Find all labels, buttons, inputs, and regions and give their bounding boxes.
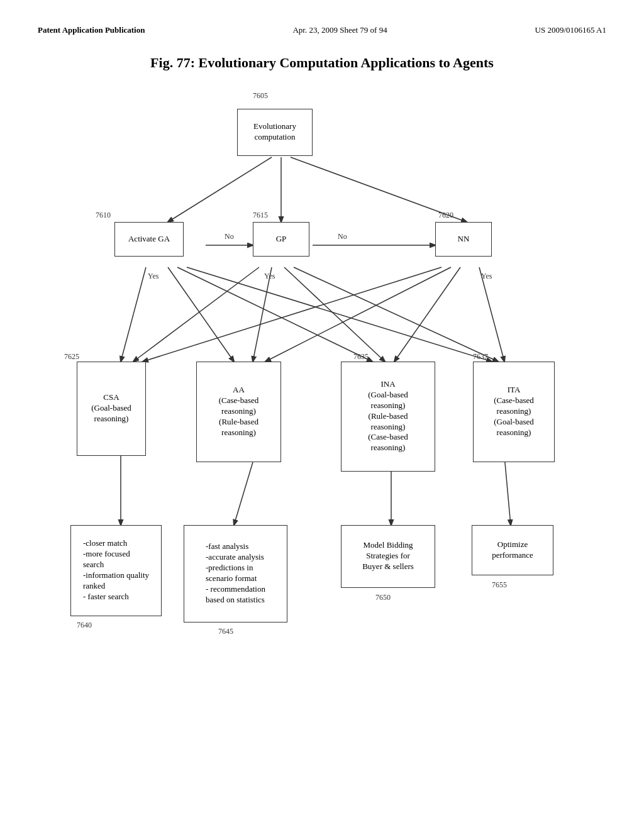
- box-activateGA-label: Activate GA: [128, 234, 170, 245]
- box-aa: AA(Case-basedreasoning)(Rule-basedreason…: [196, 362, 281, 462]
- box-out3: Model BiddingStrategies forBuyer & selle…: [341, 525, 435, 588]
- label-7625: 7625: [64, 352, 79, 362]
- svg-line-5: [121, 267, 146, 362]
- header-center: Apr. 23, 2009 Sheet 79 of 94: [292, 25, 387, 35]
- box-ec: Evolutionarycomputation: [237, 109, 313, 156]
- header-left: Patent Application Publication: [38, 25, 145, 35]
- box-out4-label: Optimizeperformance: [492, 540, 533, 561]
- box-out2-label: -fast analysis-accurate analysis-predict…: [206, 541, 265, 605]
- box-nn: NN: [435, 222, 492, 257]
- box-nn-label: NN: [458, 234, 470, 245]
- label-7605: 7605: [253, 91, 268, 101]
- page: Patent Application Publication Apr. 23, …: [0, 0, 644, 830]
- svg-line-18: [234, 462, 253, 525]
- svg-line-9: [133, 267, 259, 362]
- svg-line-20: [504, 456, 511, 525]
- label-7640: 7640: [77, 621, 92, 630]
- label-7645: 7645: [218, 627, 233, 636]
- box-ina-label: INA(Goal-basedreasoning)(Rule-basedreaso…: [368, 379, 408, 453]
- box-activateGA: Activate GA: [114, 222, 184, 257]
- label-7635: 7635: [353, 352, 369, 362]
- diagram-container: No No Yes Yes Yes 7605 Evolutionarycompu…: [52, 85, 592, 663]
- svg-text:Yes: Yes: [264, 272, 275, 280]
- box-gp: GP: [253, 222, 309, 257]
- box-out3-label: Model BiddingStrategies forBuyer & selle…: [362, 540, 414, 572]
- svg-line-8: [187, 267, 492, 362]
- label-7637: 7637: [473, 352, 488, 362]
- svg-line-16: [479, 267, 504, 362]
- box-csa-label: CSA(Goal-basedreasoning): [91, 392, 131, 424]
- box-ita-label: ITA(Case-basedreasoning)(Goal-basedreaso…: [494, 385, 534, 438]
- header: Patent Application Publication Apr. 23, …: [38, 25, 606, 35]
- header-right: US 2009/0106165 A1: [535, 25, 606, 35]
- box-ita: ITA(Case-basedreasoning)(Goal-basedreaso…: [473, 362, 555, 462]
- box-out4: Optimizeperformance: [472, 525, 553, 575]
- box-ec-label: Evolutionarycomputation: [253, 121, 296, 143]
- svg-text:No: No: [225, 232, 234, 241]
- figure-title: Fig. 77: Evolutionary Computation Applic…: [133, 54, 511, 72]
- box-out2: -fast analysis-accurate analysis-predict…: [184, 525, 287, 622]
- svg-line-6: [168, 267, 234, 362]
- svg-line-7: [177, 267, 372, 362]
- box-out1-label: -closer match-more focusedsearch-informa…: [83, 538, 149, 602]
- box-aa-label: AA(Case-basedreasoning)(Rule-basedreason…: [219, 385, 259, 438]
- svg-text:No: No: [338, 232, 347, 241]
- svg-text:Yes: Yes: [481, 272, 492, 280]
- svg-line-15: [394, 267, 460, 362]
- box-ina: INA(Goal-basedreasoning)(Rule-basedreaso…: [341, 362, 435, 472]
- label-7610: 7610: [96, 211, 111, 220]
- label-7620: 7620: [438, 211, 453, 220]
- box-csa: CSA(Goal-basedreasoning): [77, 362, 146, 456]
- label-7650: 7650: [375, 593, 391, 602]
- svg-line-10: [253, 267, 272, 362]
- label-7655: 7655: [492, 580, 507, 590]
- svg-text:Yes: Yes: [148, 272, 159, 280]
- svg-line-11: [284, 267, 385, 362]
- label-7615: 7615: [253, 211, 268, 220]
- box-out1: -closer match-more focusedsearch-informa…: [70, 525, 162, 616]
- box-gp-label: GP: [276, 234, 287, 245]
